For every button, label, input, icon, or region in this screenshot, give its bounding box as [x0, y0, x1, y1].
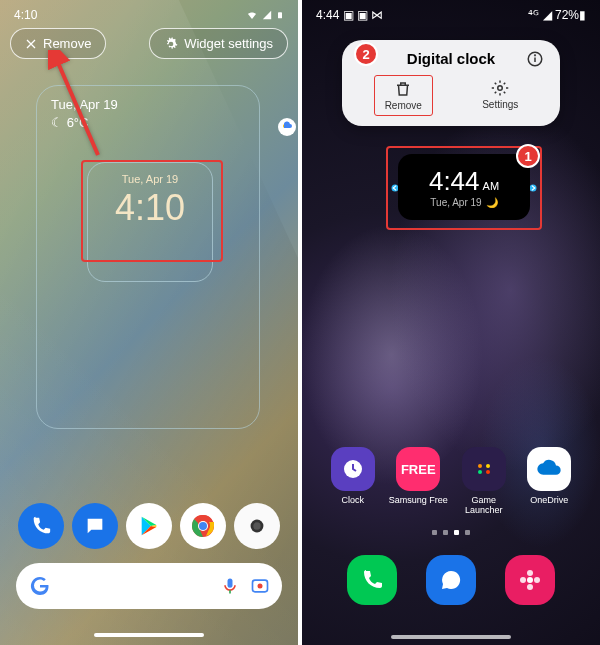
close-icon — [25, 38, 37, 50]
widget-settings-label: Widget settings — [184, 36, 273, 51]
clock-icon — [341, 457, 365, 481]
svg-rect-8 — [228, 579, 233, 588]
svg-point-20 — [486, 464, 490, 468]
popup-settings-button[interactable]: Settings — [472, 75, 528, 116]
clock-widget[interactable]: Tue, Apr 19 4:10 — [87, 162, 217, 272]
clock-app[interactable]: Clock — [323, 447, 383, 515]
annotation-badge-1: 1 — [516, 144, 540, 168]
status-icons — [246, 9, 284, 21]
svg-point-14 — [535, 55, 536, 56]
status-time: 4:10 — [14, 8, 37, 22]
page-indicator[interactable] — [432, 530, 470, 535]
popup-remove-label: Remove — [385, 100, 422, 111]
svg-point-24 — [527, 570, 533, 576]
nav-handle[interactable] — [94, 633, 204, 637]
samsung-homescreen: 4:44 ▣ ▣ ⋈ ⁴ᴳ ◢ 72%▮ 2 Digital clock Rem… — [302, 0, 600, 645]
phone-app[interactable] — [347, 555, 397, 605]
svg-point-5 — [199, 522, 207, 530]
svg-point-21 — [478, 470, 482, 474]
status-left: 4:44 ▣ ▣ ⋈ — [316, 8, 383, 22]
pixel-homescreen: 4:10 Remove Widget settings Tue, Apr 19 … — [0, 0, 298, 645]
widget-edit-actions: Remove Widget settings — [0, 28, 298, 59]
gear-icon — [491, 79, 509, 97]
battery-icon — [276, 9, 284, 21]
messages-app[interactable] — [426, 555, 476, 605]
digital-clock-widget[interactable]: 1 4:44AM Tue, Apr 19 🌙 — [390, 150, 538, 226]
nav-handle[interactable] — [391, 635, 511, 639]
game-launcher-app[interactable]: Game Launcher — [454, 447, 514, 515]
annotation-arrow — [48, 50, 108, 164]
mic-icon[interactable] — [220, 576, 240, 596]
widget-settings-button[interactable]: Widget settings — [149, 28, 288, 59]
phone-icon — [360, 568, 384, 592]
chrome-icon — [191, 514, 215, 538]
play-store-app[interactable] — [126, 503, 172, 549]
phone-icon — [30, 515, 52, 537]
samsung-free-app[interactable]: FREE Samsung Free — [388, 447, 448, 515]
phone-app[interactable] — [18, 503, 64, 549]
status-bar: 4:44 ▣ ▣ ⋈ ⁴ᴳ ◢ 72%▮ — [302, 4, 600, 26]
svg-point-27 — [534, 577, 540, 583]
svg-point-23 — [527, 577, 533, 583]
popup-settings-label: Settings — [482, 99, 518, 110]
dock — [302, 555, 600, 605]
play-icon — [138, 515, 160, 537]
status-bar: 4:10 — [0, 4, 298, 26]
svg-point-11 — [258, 584, 263, 589]
chat-icon — [439, 568, 463, 592]
app-label: Samsung Free — [389, 495, 448, 505]
messages-app[interactable] — [72, 503, 118, 549]
game-icon — [472, 457, 496, 481]
remove-label: Remove — [43, 36, 91, 51]
signal-icon — [262, 9, 272, 21]
popup-title: Digital clock — [354, 50, 548, 67]
popup-remove-button[interactable]: Remove — [374, 75, 433, 116]
weather-icon — [281, 121, 293, 133]
clock-face: 4:44AM Tue, Apr 19 🌙 — [398, 154, 530, 220]
annotation-highlight — [81, 160, 223, 262]
camera-app[interactable] — [234, 503, 280, 549]
app-label: OneDrive — [530, 495, 568, 505]
weather-chip[interactable] — [278, 118, 296, 136]
app-label: Clock — [341, 495, 364, 505]
svg-line-1 — [56, 58, 98, 155]
svg-point-15 — [498, 86, 503, 91]
svg-point-7 — [253, 522, 260, 529]
cloud-icon — [535, 455, 563, 483]
chrome-app[interactable] — [180, 503, 226, 549]
camera-icon — [246, 515, 268, 537]
annotation-badge-2: 2 — [354, 42, 378, 66]
gallery-app[interactable] — [505, 555, 555, 605]
status-right: ⁴ᴳ ◢ 72%▮ — [528, 8, 586, 22]
svg-point-25 — [527, 584, 533, 590]
wifi-icon — [246, 9, 258, 21]
lens-icon[interactable] — [250, 576, 270, 596]
svg-point-19 — [478, 464, 482, 468]
trash-icon — [394, 80, 412, 98]
search-bar[interactable] — [16, 563, 282, 609]
svg-rect-0 — [278, 12, 282, 18]
app-row: Clock FREE Samsung Free Game Launcher On… — [302, 447, 600, 515]
dock — [0, 503, 298, 549]
svg-point-26 — [520, 577, 526, 583]
clock-time: 4:44AM — [429, 166, 499, 197]
onedrive-app[interactable]: OneDrive — [519, 447, 579, 515]
google-icon — [28, 574, 52, 598]
clock-date: Tue, Apr 19 🌙 — [430, 197, 497, 208]
svg-point-22 — [486, 470, 490, 474]
moon-icon: 🌙 — [486, 197, 498, 208]
info-icon[interactable] — [526, 50, 544, 68]
gear-icon — [164, 37, 178, 51]
app-label: Game Launcher — [454, 495, 514, 515]
flower-icon — [518, 568, 542, 592]
messages-icon — [84, 515, 106, 537]
